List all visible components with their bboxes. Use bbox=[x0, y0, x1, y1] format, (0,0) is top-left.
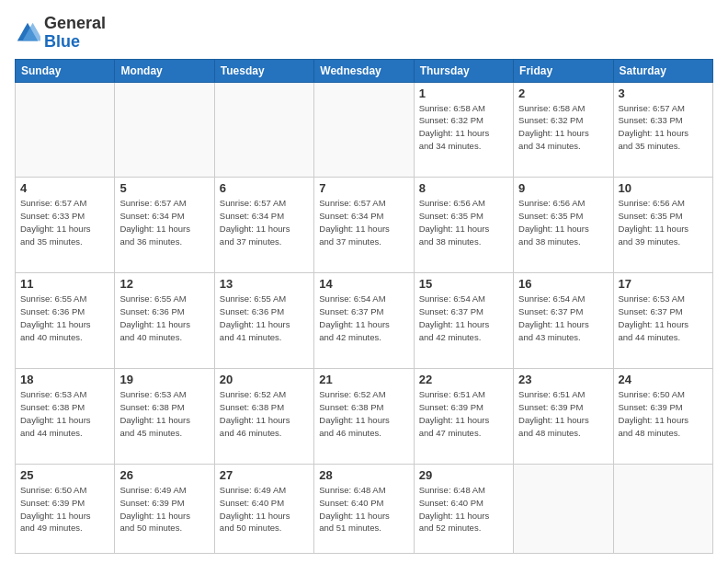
day-info: Sunrise: 6:54 AMSunset: 6:37 PMDaylight:… bbox=[419, 293, 508, 343]
day-info: Sunrise: 6:50 AMSunset: 6:39 PMDaylight:… bbox=[20, 484, 109, 534]
day-number: 7 bbox=[319, 181, 408, 195]
calendar-cell bbox=[613, 465, 712, 554]
day-number: 4 bbox=[20, 181, 109, 195]
day-number: 5 bbox=[119, 181, 209, 195]
weekday-header-thursday: Thursday bbox=[414, 59, 513, 82]
day-number: 3 bbox=[619, 86, 708, 100]
day-info: Sunrise: 6:58 AMSunset: 6:32 PMDaylight:… bbox=[518, 102, 608, 153]
day-number: 18 bbox=[20, 373, 109, 386]
calendar-cell: 2Sunrise: 6:58 AMSunset: 6:32 PMDaylight… bbox=[514, 82, 613, 178]
day-number: 10 bbox=[619, 181, 708, 195]
calendar-page: General Blue SundayMondayTuesdayWednesda… bbox=[0, 0, 728, 563]
day-info: Sunrise: 6:55 AMSunset: 6:36 PMDaylight:… bbox=[119, 293, 209, 343]
calendar-cell: 17Sunrise: 6:53 AMSunset: 6:37 PMDayligh… bbox=[613, 273, 712, 369]
calendar-cell: 14Sunrise: 6:54 AMSunset: 6:37 PMDayligh… bbox=[314, 273, 414, 369]
calendar-cell bbox=[16, 82, 115, 178]
day-number: 12 bbox=[119, 277, 209, 291]
calendar-cell: 22Sunrise: 6:51 AMSunset: 6:39 PMDayligh… bbox=[414, 369, 513, 465]
day-info: Sunrise: 6:57 AMSunset: 6:34 PMDaylight:… bbox=[319, 197, 408, 247]
calendar-cell bbox=[514, 465, 613, 554]
weekday-header-friday: Friday bbox=[514, 59, 613, 82]
day-number: 2 bbox=[518, 86, 608, 100]
calendar-cell: 15Sunrise: 6:54 AMSunset: 6:37 PMDayligh… bbox=[414, 273, 513, 369]
day-info: Sunrise: 6:51 AMSunset: 6:39 PMDaylight:… bbox=[419, 388, 508, 439]
day-info: Sunrise: 6:56 AMSunset: 6:35 PMDaylight:… bbox=[419, 197, 508, 247]
day-info: Sunrise: 6:48 AMSunset: 6:40 PMDaylight:… bbox=[419, 484, 508, 534]
header: General Blue bbox=[15, 15, 713, 52]
calendar-cell bbox=[214, 82, 313, 178]
calendar-cell: 13Sunrise: 6:55 AMSunset: 6:36 PMDayligh… bbox=[214, 273, 313, 369]
day-info: Sunrise: 6:49 AMSunset: 6:40 PMDaylight:… bbox=[220, 484, 309, 534]
day-number: 20 bbox=[220, 373, 309, 386]
day-number: 13 bbox=[220, 277, 309, 291]
calendar-cell: 24Sunrise: 6:50 AMSunset: 6:39 PMDayligh… bbox=[613, 369, 712, 465]
day-info: Sunrise: 6:54 AMSunset: 6:37 PMDaylight:… bbox=[319, 293, 408, 343]
day-info: Sunrise: 6:53 AMSunset: 6:37 PMDaylight:… bbox=[619, 293, 708, 343]
day-number: 15 bbox=[419, 277, 508, 291]
calendar-table: SundayMondayTuesdayWednesdayThursdayFrid… bbox=[15, 59, 713, 554]
day-info: Sunrise: 6:48 AMSunset: 6:40 PMDaylight:… bbox=[319, 484, 408, 534]
logo-icon bbox=[15, 20, 40, 46]
week-row-3: 11Sunrise: 6:55 AMSunset: 6:36 PMDayligh… bbox=[16, 273, 713, 369]
calendar-cell bbox=[314, 82, 414, 178]
day-info: Sunrise: 6:51 AMSunset: 6:39 PMDaylight:… bbox=[518, 388, 608, 439]
day-info: Sunrise: 6:57 AMSunset: 6:34 PMDaylight:… bbox=[220, 197, 309, 247]
week-row-4: 18Sunrise: 6:53 AMSunset: 6:38 PMDayligh… bbox=[16, 369, 713, 465]
day-info: Sunrise: 6:49 AMSunset: 6:39 PMDaylight:… bbox=[119, 484, 209, 534]
calendar-cell: 7Sunrise: 6:57 AMSunset: 6:34 PMDaylight… bbox=[314, 178, 414, 273]
day-number: 26 bbox=[119, 468, 209, 482]
day-info: Sunrise: 6:54 AMSunset: 6:37 PMDaylight:… bbox=[518, 293, 608, 343]
logo: General Blue bbox=[15, 15, 106, 52]
day-info: Sunrise: 6:55 AMSunset: 6:36 PMDaylight:… bbox=[20, 293, 109, 343]
calendar-cell: 26Sunrise: 6:49 AMSunset: 6:39 PMDayligh… bbox=[115, 465, 214, 554]
calendar-cell: 8Sunrise: 6:56 AMSunset: 6:35 PMDaylight… bbox=[414, 178, 513, 273]
day-info: Sunrise: 6:56 AMSunset: 6:35 PMDaylight:… bbox=[619, 197, 708, 247]
day-number: 28 bbox=[319, 468, 408, 482]
calendar-cell: 3Sunrise: 6:57 AMSunset: 6:33 PMDaylight… bbox=[613, 82, 712, 178]
weekday-header-wednesday: Wednesday bbox=[314, 59, 414, 82]
calendar-cell: 19Sunrise: 6:53 AMSunset: 6:38 PMDayligh… bbox=[115, 369, 214, 465]
calendar-cell: 18Sunrise: 6:53 AMSunset: 6:38 PMDayligh… bbox=[16, 369, 115, 465]
day-info: Sunrise: 6:50 AMSunset: 6:39 PMDaylight:… bbox=[619, 388, 708, 439]
day-info: Sunrise: 6:55 AMSunset: 6:36 PMDaylight:… bbox=[220, 293, 309, 343]
day-number: 23 bbox=[518, 373, 608, 386]
calendar-cell: 23Sunrise: 6:51 AMSunset: 6:39 PMDayligh… bbox=[514, 369, 613, 465]
calendar-cell: 12Sunrise: 6:55 AMSunset: 6:36 PMDayligh… bbox=[115, 273, 214, 369]
calendar-cell: 21Sunrise: 6:52 AMSunset: 6:38 PMDayligh… bbox=[314, 369, 414, 465]
calendar-cell: 27Sunrise: 6:49 AMSunset: 6:40 PMDayligh… bbox=[214, 465, 313, 554]
day-info: Sunrise: 6:57 AMSunset: 6:33 PMDaylight:… bbox=[20, 197, 109, 247]
day-info: Sunrise: 6:58 AMSunset: 6:32 PMDaylight:… bbox=[419, 102, 508, 153]
calendar-cell: 4Sunrise: 6:57 AMSunset: 6:33 PMDaylight… bbox=[16, 178, 115, 273]
week-row-1: 1Sunrise: 6:58 AMSunset: 6:32 PMDaylight… bbox=[16, 82, 713, 178]
calendar-cell: 20Sunrise: 6:52 AMSunset: 6:38 PMDayligh… bbox=[214, 369, 313, 465]
day-info: Sunrise: 6:57 AMSunset: 6:33 PMDaylight:… bbox=[619, 102, 708, 153]
calendar-cell: 1Sunrise: 6:58 AMSunset: 6:32 PMDaylight… bbox=[414, 82, 513, 178]
day-number: 1 bbox=[419, 86, 508, 100]
week-row-5: 25Sunrise: 6:50 AMSunset: 6:39 PMDayligh… bbox=[16, 465, 713, 554]
calendar-cell: 29Sunrise: 6:48 AMSunset: 6:40 PMDayligh… bbox=[414, 465, 513, 554]
weekday-header-sunday: Sunday bbox=[16, 59, 115, 82]
calendar-cell: 6Sunrise: 6:57 AMSunset: 6:34 PMDaylight… bbox=[214, 178, 313, 273]
day-number: 9 bbox=[518, 181, 608, 195]
day-info: Sunrise: 6:57 AMSunset: 6:34 PMDaylight:… bbox=[119, 197, 209, 247]
day-number: 24 bbox=[619, 373, 708, 386]
day-number: 27 bbox=[220, 468, 309, 482]
day-number: 16 bbox=[518, 277, 608, 291]
calendar-cell bbox=[115, 82, 214, 178]
day-number: 22 bbox=[419, 373, 508, 386]
weekday-header-saturday: Saturday bbox=[613, 59, 712, 82]
day-info: Sunrise: 6:52 AMSunset: 6:38 PMDaylight:… bbox=[319, 388, 408, 439]
calendar-cell: 11Sunrise: 6:55 AMSunset: 6:36 PMDayligh… bbox=[16, 273, 115, 369]
weekday-header-tuesday: Tuesday bbox=[214, 59, 313, 82]
day-number: 21 bbox=[319, 373, 408, 386]
day-number: 29 bbox=[419, 468, 508, 482]
day-number: 6 bbox=[220, 181, 309, 195]
day-number: 25 bbox=[20, 468, 109, 482]
calendar-cell: 25Sunrise: 6:50 AMSunset: 6:39 PMDayligh… bbox=[16, 465, 115, 554]
week-row-2: 4Sunrise: 6:57 AMSunset: 6:33 PMDaylight… bbox=[16, 178, 713, 273]
weekday-header-row: SundayMondayTuesdayWednesdayThursdayFrid… bbox=[16, 59, 713, 82]
calendar-cell: 16Sunrise: 6:54 AMSunset: 6:37 PMDayligh… bbox=[514, 273, 613, 369]
day-number: 11 bbox=[20, 277, 109, 291]
logo-text: General Blue bbox=[44, 15, 106, 52]
calendar-cell: 5Sunrise: 6:57 AMSunset: 6:34 PMDaylight… bbox=[115, 178, 214, 273]
